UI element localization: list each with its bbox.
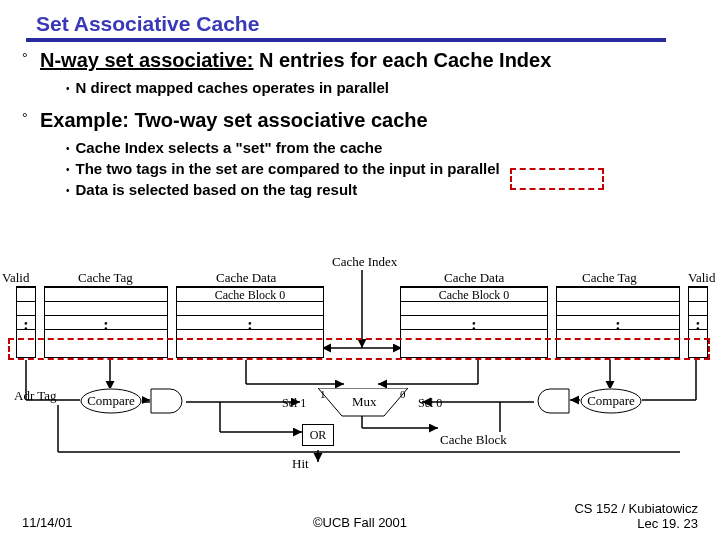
dashed-highlight-row: [8, 338, 710, 360]
bullet-dot-icon: •: [66, 143, 70, 154]
title-underline: [26, 38, 666, 42]
vdots: :: [45, 315, 167, 329]
vdots: :: [177, 315, 323, 329]
bullet-1-text: N-way set associative: N entries for eac…: [40, 48, 551, 73]
compare-right: Compare: [580, 388, 642, 414]
label-cache-tag-left: Cache Tag: [78, 270, 133, 286]
and-gate-left: [150, 388, 186, 414]
footer-course: CS 152 / Kubiatowicz Lec 19. 23: [574, 501, 698, 532]
label-sel1: Sel 1: [282, 396, 306, 411]
compare-left-label: Compare: [80, 388, 142, 414]
label-cache-block0-left: Cache Block 0: [177, 287, 323, 301]
label-valid-left: Valid: [2, 270, 29, 286]
and-gate-right: [534, 388, 570, 414]
bullet-1: ° N-way set associative: N entries for e…: [22, 48, 698, 73]
vdots: :: [689, 315, 707, 329]
bullet-dot-icon: •: [66, 164, 70, 175]
sub-bullet-2: • Cache Index selects a "set" from the c…: [66, 139, 698, 156]
label-cache-data-right: Cache Data: [444, 270, 504, 286]
footer-line2: Lec 19. 23: [637, 516, 698, 531]
degree-icon: °: [22, 50, 36, 66]
label-cache-data-left: Cache Data: [216, 270, 276, 286]
label-cache-index: Cache Index: [332, 254, 397, 270]
label-zero: 0: [400, 388, 406, 400]
dashed-highlight-text: [510, 168, 604, 190]
bullet-dot-icon: •: [66, 185, 70, 196]
mux-label: Mux: [352, 394, 377, 410]
label-valid-right: Valid: [688, 270, 715, 286]
mux: Mux: [318, 388, 408, 416]
label-adr-tag: Adr Tag: [14, 388, 57, 404]
sub-bullet-3-text: The two tags in the set are compared to …: [76, 160, 500, 177]
sub-bullet-4-text: Data is selected based on the tag result: [76, 181, 358, 198]
label-cache-block0-right: Cache Block 0: [401, 287, 547, 301]
degree-icon: °: [22, 110, 36, 126]
or-gate: OR: [302, 424, 334, 446]
slide-title: Set Associative Cache: [22, 12, 698, 38]
cache-diagram: Cache Index Valid Cache Tag Cache Data C…: [0, 260, 720, 490]
vdots: :: [557, 315, 679, 329]
label-cache-block: Cache Block: [440, 432, 507, 448]
sub-bullet-2-text: Cache Index selects a "set" from the cac…: [76, 139, 383, 156]
label-sel0: Sel 0: [418, 396, 442, 411]
label-cache-tag-right: Cache Tag: [582, 270, 637, 286]
label-hit: Hit: [292, 456, 309, 472]
bullet-dot-icon: •: [66, 83, 70, 94]
footer-line1: CS 152 / Kubiatowicz: [574, 501, 698, 516]
sub-bullet-1: • N direct mapped caches operates in par…: [66, 79, 698, 96]
bullet-2: ° Example: Two-way set associative cache: [22, 108, 698, 133]
bullet-1-underline: N-way set associative:: [40, 49, 253, 71]
label-one: 1: [320, 388, 326, 400]
compare-right-label: Compare: [580, 388, 642, 414]
vdots: :: [401, 315, 547, 329]
sub-bullet-1-text: N direct mapped caches operates in paral…: [76, 79, 389, 96]
compare-left: Compare: [80, 388, 142, 414]
vdots: :: [17, 315, 35, 329]
bullet-2-text: Example: Two-way set associative cache: [40, 108, 428, 133]
bullet-1-rest: N entries for each Cache Index: [253, 49, 551, 71]
